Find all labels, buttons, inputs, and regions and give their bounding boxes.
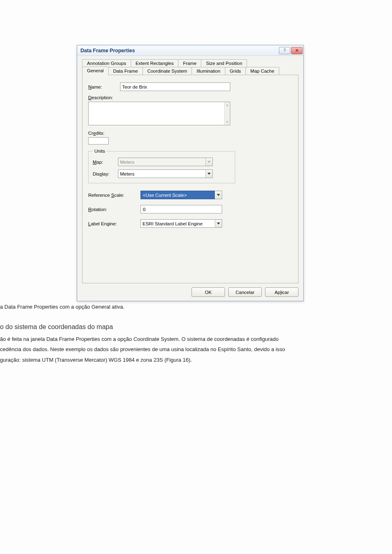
display-units-label: Display: bbox=[93, 171, 118, 176]
cancel-button[interactable]: Cancelar bbox=[228, 287, 262, 297]
map-units-row: Map: Meters bbox=[93, 158, 231, 166]
reference-scale-label: Reference Scale: bbox=[88, 193, 140, 198]
body-paragraph: ão é feita na janela Data Frame Properti… bbox=[0, 334, 392, 365]
name-label: Name: bbox=[88, 85, 120, 89]
map-units-value: Meters bbox=[118, 160, 205, 165]
display-units-combo[interactable]: Meters bbox=[118, 169, 213, 178]
tab-general[interactable]: General bbox=[82, 67, 109, 75]
tab-map-cache[interactable]: Map Cache bbox=[245, 67, 279, 75]
rotation-label: Rotation: bbox=[88, 207, 140, 212]
scroll-up-icon: ▲ bbox=[225, 102, 230, 108]
tab-extent-rectangles[interactable]: Extent Rectangles bbox=[131, 59, 178, 67]
scroll-down-icon: ▼ bbox=[225, 119, 230, 125]
textarea-scrollbar[interactable]: ▲ ▼ bbox=[224, 102, 230, 125]
tabs-row-2: General Data Frame Coordinate System Ill… bbox=[82, 67, 298, 75]
name-row: Name: bbox=[88, 82, 292, 91]
tab-frame[interactable]: Frame bbox=[178, 59, 201, 67]
map-units-combo: Meters bbox=[118, 158, 213, 166]
apply-button[interactable]: Aplicar bbox=[265, 287, 298, 297]
chevron-down-icon[interactable] bbox=[215, 191, 222, 199]
tabs-row-1: Annotation Groups Extent Rectangles Fram… bbox=[82, 59, 298, 67]
section-heading: o do sistema de coordenadas do mapa bbox=[0, 323, 113, 331]
chevron-down-icon[interactable] bbox=[215, 220, 222, 227]
description-block: Description: ▲ ▼ bbox=[88, 95, 292, 127]
display-units-row: Display: Meters bbox=[93, 169, 231, 178]
dialog-body: Annotation Groups Extent Rectangles Fram… bbox=[77, 56, 303, 301]
reference-scale-combo[interactable]: <Use Current Scale> bbox=[140, 191, 222, 199]
figure-caption: a Data Frame Properties com a opção Gene… bbox=[0, 303, 125, 311]
label-engine-value: ESRI Standard Label Engine bbox=[141, 221, 215, 226]
map-units-label: Map: bbox=[93, 160, 118, 165]
dialog-button-bar: OK Cancelar Aplicar bbox=[82, 283, 298, 297]
close-icon[interactable]: ✕ bbox=[291, 47, 303, 54]
window-title: Data Frame Properties bbox=[80, 48, 279, 53]
rotation-row: Rotation: bbox=[88, 205, 292, 214]
titlebar-buttons: ? ✕ bbox=[279, 47, 303, 54]
titlebar: Data Frame Properties ? ✕ bbox=[77, 45, 303, 56]
chevron-down-icon bbox=[205, 158, 212, 166]
tab-grids[interactable]: Grids bbox=[225, 67, 246, 75]
help-icon[interactable]: ? bbox=[279, 47, 290, 54]
label-engine-label: Label Engine: bbox=[88, 221, 140, 226]
tab-data-frame[interactable]: Data Frame bbox=[108, 67, 143, 75]
chevron-down-icon[interactable] bbox=[205, 170, 212, 178]
display-units-value: Meters bbox=[118, 171, 205, 176]
ok-button[interactable]: OK bbox=[192, 287, 225, 297]
rotation-input[interactable] bbox=[140, 205, 222, 214]
tab-illumination[interactable]: Illumination bbox=[192, 67, 225, 75]
units-legend: Units bbox=[93, 149, 107, 154]
reference-scale-value: <Use Current Scale> bbox=[140, 191, 215, 199]
tab-coordinate-system[interactable]: Coordinate System bbox=[143, 67, 192, 75]
label-engine-combo[interactable]: ESRI Standard Label Engine bbox=[140, 219, 222, 228]
credits-block: Credits: bbox=[88, 131, 292, 145]
label-engine-row: Label Engine: ESRI Standard Label Engine bbox=[88, 219, 292, 228]
description-label: Description: bbox=[88, 95, 292, 100]
tab-annotation-groups[interactable]: Annotation Groups bbox=[82, 59, 131, 67]
tab-size-and-position[interactable]: Size and Position bbox=[201, 59, 247, 67]
name-input[interactable] bbox=[120, 82, 230, 91]
reference-scale-row: Reference Scale: <Use Current Scale> bbox=[88, 191, 292, 199]
credits-label: Credits: bbox=[88, 131, 292, 136]
units-group: Units Map: Meters Display: Meters bbox=[88, 149, 235, 183]
description-wrap: ▲ ▼ bbox=[88, 102, 230, 125]
data-frame-properties-dialog: Data Frame Properties ? ✕ Annotation Gro… bbox=[77, 45, 304, 301]
description-input[interactable] bbox=[88, 102, 230, 125]
tab-panel-general: Name: Description: ▲ ▼ Credits: Units bbox=[82, 75, 298, 283]
credits-input[interactable] bbox=[88, 137, 109, 145]
